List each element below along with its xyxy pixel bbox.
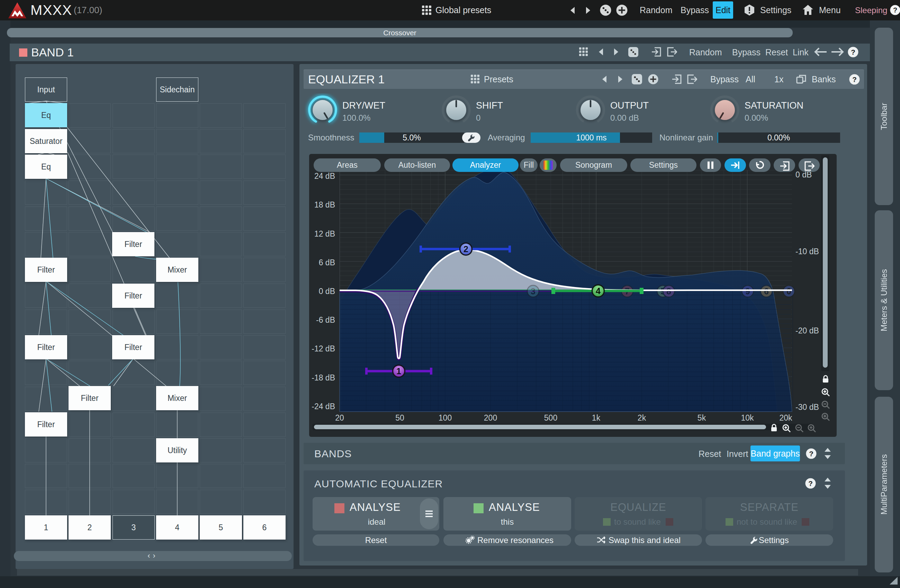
svg-text:?: ? — [808, 480, 813, 487]
svg-text:3: 3 — [531, 286, 535, 296]
svg-text:?: ? — [851, 48, 855, 56]
svg-text:4: 4 — [596, 286, 601, 296]
svg-text:9: 9 — [745, 286, 750, 296]
svg-text:?: ? — [809, 450, 813, 458]
svg-text:?: ? — [852, 76, 857, 84]
svg-text:?: ? — [893, 6, 897, 14]
svg-text:8: 8 — [666, 286, 671, 296]
svg-text:2: 2 — [464, 244, 469, 254]
svg-text:0: 0 — [787, 286, 791, 296]
svg-text:1: 1 — [396, 366, 401, 376]
svg-text:6: 6 — [764, 286, 769, 296]
